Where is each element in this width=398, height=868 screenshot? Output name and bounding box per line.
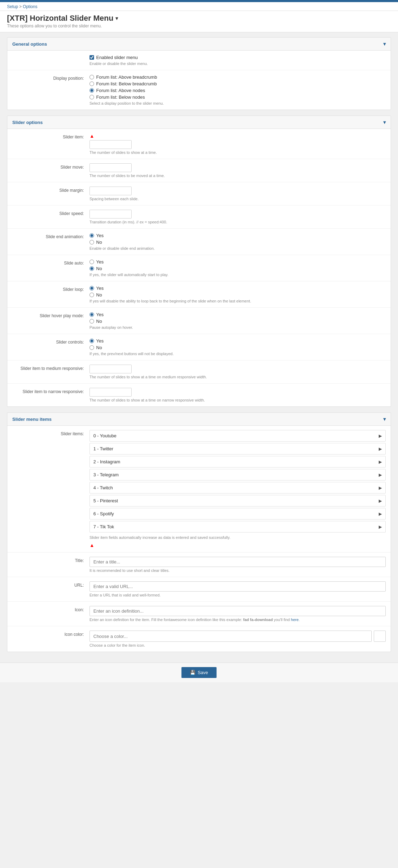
slider-medium-input[interactable]: 3 (90, 365, 132, 373)
slide-end-radio-yes-input[interactable] (89, 233, 94, 238)
list-item[interactable]: 2 - Instagram ▶ (89, 456, 386, 468)
slide-auto-radio-no-input[interactable] (89, 266, 94, 271)
slide-end-radio-no-input[interactable] (89, 240, 94, 244)
enabled-slider-checkbox[interactable] (89, 55, 94, 60)
color-swatch[interactable] (374, 631, 386, 642)
slider-narrow-number-wrap: 2 + − (89, 388, 132, 397)
icon-desc-link[interactable]: here (291, 618, 299, 622)
general-options-header[interactable]: General options ▾ (7, 38, 391, 51)
slider-item-label: Slider item: (12, 133, 89, 139)
slider-item-2-label: 2 - Instagram (90, 456, 375, 467)
slide-auto-radio-yes-label: Yes (96, 259, 104, 265)
slider-medium-number-wrap: 3 + − (89, 365, 132, 373)
slider-narrow-desc: The number of slides to show at a time o… (89, 398, 386, 402)
slider-medium-control: 3 + − The number of slides to show at a … (89, 365, 386, 379)
slider-loop-label: Slider loop: (12, 286, 89, 292)
slide-auto-row: Slide auto: Yes No If yes, the slider wi… (7, 255, 391, 281)
icon-row: Icon: Enter an icon definition for the i… (7, 602, 391, 626)
general-options-section: General options ▾ Enabled slider menu En… (7, 37, 391, 110)
icon-color-row: Icon color: Choose a color for the item … (7, 626, 391, 652)
list-item[interactable]: 6 - Spotify ▶ (89, 508, 386, 520)
save-icon: 💾 (190, 670, 195, 675)
icon-color-control: Choose a color for the item icon. (89, 631, 386, 647)
icon-color-label: Icon color: (12, 631, 89, 637)
slider-options-header[interactable]: Slider options ▾ (7, 116, 391, 129)
save-label: Save (198, 670, 208, 675)
icon-desc-part2: you'll find (273, 618, 291, 622)
title-field-control: It is recommended to use short and clear… (89, 557, 386, 573)
list-item[interactable]: 4 - Twitch ▶ (89, 482, 386, 494)
general-options-chevron: ▾ (383, 41, 386, 47)
slider-speed-input[interactable]: 400 (90, 210, 132, 218)
slider-controls-desc: If yes, the prev/next buttons will not b… (89, 352, 386, 356)
slider-controls-radio-yes-input[interactable] (89, 339, 94, 343)
breadcrumb-setup[interactable]: Setup (7, 4, 18, 9)
slider-hover-radio-yes-input[interactable] (89, 312, 94, 317)
slider-move-label: Slider move: (12, 163, 89, 170)
display-radio-input-2[interactable] (89, 88, 94, 93)
slide-end-radio-yes: Yes (89, 233, 386, 238)
slider-loop-radio-yes-input[interactable] (89, 286, 94, 291)
slider-menu-items-header[interactable]: Slider menu items ▾ (7, 413, 391, 426)
slider-hover-radio-no: No (89, 319, 386, 324)
slide-end-radio-no: No (89, 240, 386, 245)
slider-hover-radio-no-input[interactable] (89, 319, 94, 324)
url-input[interactable] (89, 581, 386, 592)
slider-controls-radio-no: No (89, 345, 386, 350)
slide-margin-input[interactable]: 10 (90, 187, 132, 195)
slider-narrow-input[interactable]: 2 (90, 388, 132, 396)
slider-medium-label: Slider item to medium responsive: (12, 365, 89, 371)
slider-loop-control: Yes No If yes will disable the ability t… (89, 286, 386, 303)
dropdown-icon[interactable]: ▾ (115, 15, 118, 21)
slider-menu-items-chevron: ▾ (383, 416, 386, 422)
enabled-slider-label-empty (12, 55, 89, 56)
breadcrumb: Setup > Options (0, 2, 398, 11)
slider-speed-number-wrap: 400 + − (89, 210, 132, 218)
title-input[interactable] (89, 557, 386, 567)
slider-medium-row: Slider item to medium responsive: 3 + − … (7, 360, 391, 384)
display-radio-input-1[interactable] (89, 81, 94, 86)
slider-move-control: 1 + − The number of slides to be moved a… (89, 163, 386, 178)
slider-item-6-arrow: ▶ (375, 509, 385, 519)
list-item[interactable]: 3 - Telegram ▶ (89, 469, 386, 481)
breadcrumb-options[interactable]: Options (23, 4, 37, 9)
page-title-text: [XTR] Horizontal Slider Menu (7, 14, 113, 23)
icon-desc: Enter an icon definition for the item. F… (89, 618, 386, 622)
slide-auto-label: Slide auto: (12, 259, 89, 266)
icon-field-label: Icon: (12, 606, 89, 612)
slider-controls-row: Slider controls: Yes No If yes, the prev… (7, 334, 391, 360)
list-item[interactable]: 7 - Tik Tok ▶ (89, 521, 386, 533)
slider-controls-radio-no-input[interactable] (89, 345, 94, 350)
icon-color-input[interactable] (89, 631, 372, 642)
list-item[interactable]: 1 - Twitter ▶ (89, 443, 386, 455)
save-button[interactable]: 💾 Save (181, 667, 217, 678)
slider-loop-radio-group: Yes No (89, 286, 386, 298)
slider-speed-desc: Transition duration (in ms). // ex = spe… (89, 220, 386, 224)
slide-auto-radio-yes-input[interactable] (89, 260, 94, 264)
display-radio-input-0[interactable] (89, 75, 94, 79)
url-field-control: Enter a URL that is valid and well-forme… (89, 581, 386, 597)
slider-controls-radio-group: Yes No (89, 338, 386, 350)
display-radio-input-3[interactable] (89, 95, 94, 99)
slider-hover-desc: Pause autoplay on hover. (89, 325, 386, 329)
list-item[interactable]: 5 - Pinterest ▶ (89, 495, 386, 507)
list-item[interactable]: 0 - Youtube ▶ (89, 430, 386, 442)
slider-menu-items-section: Slider menu items ▾ Slider items: 0 - Yo… (7, 412, 391, 652)
save-bar: 💾 Save (0, 663, 398, 682)
icon-input[interactable] (89, 606, 386, 616)
slider-menu-items-body: Slider items: 0 - Youtube ▶ 1 - Twitter … (7, 426, 391, 652)
slider-hover-radio-yes: Yes (89, 312, 386, 317)
slider-item-input[interactable]: 8 (90, 141, 132, 149)
title-row: Title: It is recommended to use short an… (7, 553, 391, 577)
slider-loop-radio-no: No (89, 292, 386, 298)
slider-item-7-arrow: ▶ (375, 522, 385, 532)
slider-move-input[interactable]: 1 (90, 164, 132, 172)
slider-menu-items-title: Slider menu items (12, 417, 52, 422)
slider-hover-row: Slider hover play mode: Yes No Pause aut… (7, 308, 391, 334)
slider-loop-radio-no-input[interactable] (89, 293, 94, 297)
slide-auto-control: Yes No If yes, the slider will automatic… (89, 259, 386, 277)
title-field-label: Title: (12, 557, 89, 563)
enabled-slider-text: Enabled slider menu (96, 55, 138, 60)
slider-options-chevron: ▾ (383, 119, 386, 125)
display-position-radio-group: Forum list: Above breadcrumb Forum list:… (89, 74, 386, 100)
